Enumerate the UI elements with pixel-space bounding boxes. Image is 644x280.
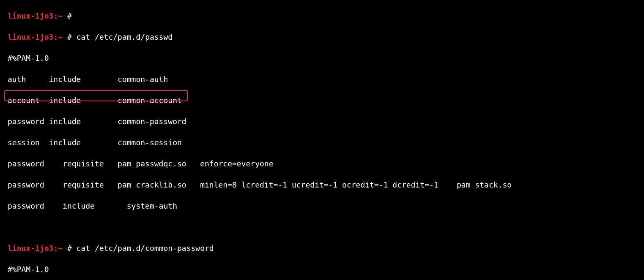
- common-output-0: #%PAM-1.0: [8, 264, 644, 275]
- prompt-colon-tilde: :~: [53, 11, 67, 20]
- passwd-output-0: #%PAM-1.0: [8, 53, 644, 63]
- prompt-colon-tilde: :~: [53, 244, 67, 253]
- prompt-line-prev: linux-1jo3:~ #: [8, 11, 644, 21]
- command-2: cat /etc/pam.d/common-password: [77, 244, 214, 253]
- prompt-host: linux-1jo3: [8, 244, 53, 253]
- command-1: cat /etc/pam.d/passwd: [77, 33, 173, 41]
- terminal-scrollback[interactable]: linux-1jo3:~ # linux-1jo3:~ # cat /etc/p…: [0, 0, 644, 280]
- passwd-output-1: auth include common-auth: [8, 74, 644, 84]
- passwd-output-4: session include common-session: [8, 137, 644, 148]
- prompt-line-2: linux-1jo3:~ # cat /etc/pam.d/common-pas…: [8, 243, 644, 253]
- prompt-line-1: linux-1jo3:~ # cat /etc/pam.d/passwd: [8, 32, 644, 42]
- prompt-colon-tilde: :~: [53, 33, 67, 41]
- prompt-prev-hash: #: [67, 11, 72, 20]
- passwd-output-3: password include common-password: [8, 116, 644, 127]
- passwd-output-5: password requisite pam_passwdqc.so enfor…: [8, 158, 644, 169]
- passwd-output-6: password requisite pam_cracklib.so minle…: [8, 179, 644, 190]
- passwd-output-7: password include system-auth: [8, 201, 644, 211]
- prompt-hash: #: [67, 244, 77, 253]
- passwd-output-2: account include common-account: [8, 95, 644, 106]
- prompt-host: linux-1jo3: [8, 11, 53, 20]
- blank-line: [8, 222, 644, 232]
- prompt-host: linux-1jo3: [8, 33, 53, 41]
- prompt-hash: #: [67, 33, 77, 41]
